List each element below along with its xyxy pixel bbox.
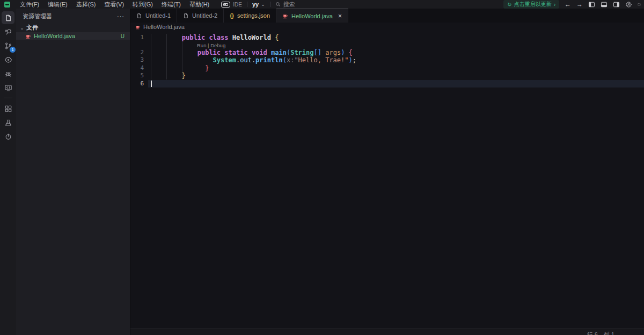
code-token <box>229 34 232 41</box>
file-icon <box>136 13 142 19</box>
line-number[interactable]: 5 <box>130 72 151 80</box>
tab-bar: Untitled-1 Untitled-2 {} settings.json <box>130 9 644 23</box>
code-token <box>345 49 348 56</box>
chevron-right-icon: › <box>554 2 555 8</box>
line-number[interactable]: 1 <box>130 34 151 42</box>
breadcrumb[interactable]: HelloWorld.java <box>130 23 644 31</box>
activity-debug-button[interactable] <box>2 67 14 80</box>
json-braces-icon: {} <box>230 13 234 19</box>
toggle-panel-button[interactable] <box>601 1 608 8</box>
code-lines: 1 public class HelloWorld {Run | Debug2 … <box>130 34 644 88</box>
customize-layout-button[interactable] <box>638 1 641 8</box>
toggle-secondary-sidebar-button[interactable] <box>613 1 620 8</box>
close-icon[interactable]: × <box>338 13 342 19</box>
code-token: args <box>325 49 341 56</box>
code-token: ( <box>283 56 287 64</box>
search-icon <box>275 2 281 7</box>
code-token: { <box>275 34 279 41</box>
code-line[interactable]: 6 <box>130 80 644 88</box>
menu-bar: 文件(F)编辑(E)选择(S)查看(V)转到(G)终端(T)帮助(H) <box>16 0 214 9</box>
restart-to-update-button[interactable]: ↻ 点击重启以更新 › <box>503 0 559 9</box>
code-line[interactable]: 4 } <box>130 64 644 72</box>
code-token: public <box>197 49 221 56</box>
eye-icon <box>4 56 12 64</box>
code-token: ; <box>353 56 356 64</box>
app-logo-icon[interactable] <box>4 2 10 8</box>
codelens-run-debug[interactable]: Run | Debug <box>197 42 225 49</box>
code-token: String <box>290 49 313 56</box>
code-token: static <box>224 49 247 56</box>
activity-extensions-button[interactable] <box>2 102 14 115</box>
ide-mode-toggle[interactable]: IDE <box>221 2 242 8</box>
tab-label: settings.json <box>237 12 270 19</box>
line-number[interactable]: 3 <box>130 56 151 64</box>
screen-code-icon <box>4 84 12 92</box>
activity-watch-button[interactable] <box>2 53 14 66</box>
section-label: 文件 <box>26 24 38 32</box>
titlebar-separator <box>270 2 270 7</box>
text-cursor <box>151 81 152 87</box>
layout-sidebar-right-icon <box>613 1 620 8</box>
layout-panel-icon <box>601 1 608 8</box>
menu-item[interactable]: 文件(F) <box>16 0 43 9</box>
code-token: { <box>349 49 353 56</box>
line-number[interactable]: 4 <box>130 64 151 72</box>
account-button[interactable] <box>625 1 632 8</box>
navigate-forward-button[interactable]: → <box>576 1 583 8</box>
activity-explorer-button[interactable] <box>2 11 14 24</box>
code-token: class <box>209 34 228 41</box>
menu-item[interactable]: 帮助(H) <box>185 0 214 9</box>
code-token: out <box>240 56 252 64</box>
activity-testing-button[interactable] <box>2 116 14 129</box>
tab-untitled-2[interactable]: Untitled-2 <box>177 9 224 23</box>
code-token <box>151 56 213 64</box>
menu-item[interactable]: 选择(S) <box>72 0 100 9</box>
code-line[interactable]: 2 public static void main(String[] args)… <box>130 49 644 57</box>
source-control-badge: 1 <box>10 47 16 53</box>
cursor-position-status[interactable]: 行 6，列 1 <box>587 331 614 335</box>
code-token: x: <box>287 56 294 64</box>
toggle-sidebar-button[interactable] <box>588 1 595 8</box>
code-token: HelloWorld <box>232 34 271 41</box>
titlebar-separator <box>247 2 247 7</box>
tab-settings-json[interactable]: {} settings.json <box>224 9 276 23</box>
code-line[interactable]: 1 public class HelloWorld { <box>130 34 644 42</box>
explorer-files-icon <box>4 14 12 22</box>
java-file-icon <box>135 24 141 30</box>
editor-group: Untitled-1 Untitled-2 {} settings.json <box>130 9 644 335</box>
tab-label: HelloWorld.java <box>291 13 333 19</box>
code-line[interactable]: 3 System.out.println(x:"Hello, Trae!"); <box>130 56 644 64</box>
layout-icon <box>638 1 641 8</box>
file-icon <box>183 13 189 19</box>
code-editor[interactable]: 1 public class HelloWorld {Run | Debug2 … <box>130 31 644 329</box>
explorer-title: 资源管理器 <box>23 12 117 20</box>
git-status-badge: U <box>121 33 125 39</box>
activity-remote-preview-button[interactable] <box>2 81 14 94</box>
workspace-switcher[interactable]: yy ⌄ <box>252 1 265 8</box>
menu-item[interactable]: 转到(G) <box>128 0 157 9</box>
search-label: 搜索 <box>283 1 295 9</box>
explorer-sidebar: 资源管理器 ··· ⌄ 文件 HelloWorld.java U <box>16 9 130 335</box>
ide-mode-icon <box>221 2 230 8</box>
more-actions-icon[interactable]: ··· <box>117 13 125 19</box>
activity-source-control-button[interactable]: 1 <box>2 39 14 52</box>
layout-sidebar-left-icon <box>588 1 595 8</box>
menu-item[interactable]: 终端(T) <box>157 0 185 9</box>
code-token: ) <box>349 56 353 64</box>
menu-item[interactable]: 查看(V) <box>100 0 128 9</box>
menu-item[interactable]: 编辑(E) <box>43 0 72 9</box>
tab-label: Untitled-2 <box>192 12 217 19</box>
global-search-button[interactable]: 搜索 <box>275 1 295 9</box>
activity-plugin-power-button[interactable] <box>2 130 14 143</box>
tab-helloworld-java[interactable]: HelloWorld.java × <box>276 9 348 23</box>
explorer-section-files[interactable]: ⌄ 文件 <box>16 24 130 32</box>
code-line[interactable]: 5 } <box>130 72 644 80</box>
code-token <box>151 64 205 72</box>
line-number[interactable]: 2 <box>130 49 151 57</box>
navigate-back-button[interactable]: ← <box>565 1 571 8</box>
ide-mode-label: IDE <box>233 2 242 8</box>
tab-untitled-1[interactable]: Untitled-1 <box>130 9 177 23</box>
activity-search-button[interactable] <box>2 25 14 38</box>
file-tree-item-helloworld[interactable]: HelloWorld.java U <box>16 32 130 40</box>
chevron-down-icon: ⌄ <box>261 2 265 7</box>
